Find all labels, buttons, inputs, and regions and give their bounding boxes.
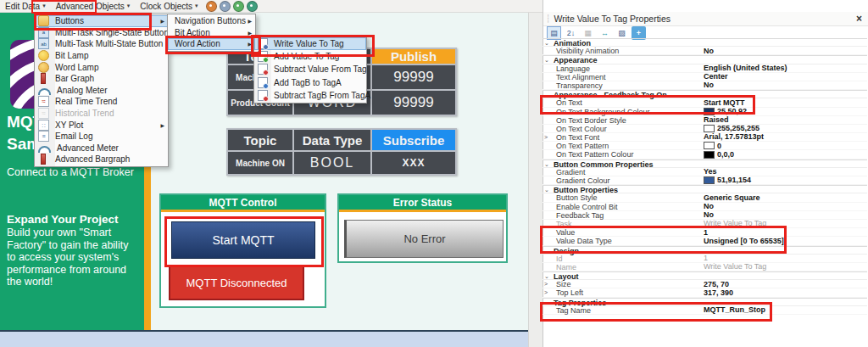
clock-icon[interactable] bbox=[220, 1, 231, 12]
bit-lamp-icon bbox=[38, 50, 49, 61]
prop-row[interactable]: On Text Border StyleRaised bbox=[542, 116, 867, 125]
clock-icon[interactable] bbox=[206, 1, 217, 12]
chevron-down-icon: ▾ bbox=[42, 3, 46, 9]
subscribe-row-label: Machine ON bbox=[227, 151, 293, 175]
menu-advanced-objects[interactable]: Advanced Objects ▾ bbox=[51, 0, 136, 12]
submenu-item-write-value-to-tag[interactable]: Write Value To Tag bbox=[254, 37, 366, 50]
menu-item-advanced-bargraph[interactable]: Advanced Bargraph bbox=[35, 154, 168, 165]
mqtt-status-indicator[interactable]: MQTT Disconnected bbox=[169, 265, 304, 300]
menu-edit-data[interactable]: Edit Data ▾ bbox=[0, 0, 51, 12]
prop-row[interactable]: Visibility AnimationNo bbox=[542, 47, 867, 55]
subscribe-header-subscribe: Subscribe bbox=[371, 129, 456, 151]
prop-row-expandable[interactable]: >Top Left317, 390 bbox=[542, 288, 867, 297]
submenu-arrow-icon: ▶ bbox=[248, 41, 252, 47]
prop-row-on-text[interactable]: On TextStart MQTT bbox=[542, 98, 867, 107]
prop-row-name: NameWrite Value To Tag bbox=[542, 263, 867, 271]
menu-item-real-time-trend[interactable]: ≈ Real Time Trend bbox=[35, 96, 168, 108]
write-tag-icon bbox=[258, 38, 268, 49]
bar-graph-icon bbox=[41, 73, 46, 84]
submenu-item-add-tagb-to-taga[interactable]: Add TagB to TagA bbox=[254, 76, 366, 89]
submenu-item-bit-action[interactable]: Bit Action ▶ bbox=[168, 27, 255, 39]
menu-item-historical-trend: ≈ Historical Trend bbox=[35, 108, 168, 120]
menu-clock-objects[interactable]: Clock Objects ▾ bbox=[135, 0, 203, 12]
menu-item-buttons[interactable]: Buttons ▶ bbox=[35, 15, 168, 27]
trend-chart-icon: ≈ bbox=[38, 96, 49, 107]
menu-item-xy-plot[interactable]: ∷ XY Plot ▶ bbox=[35, 119, 168, 131]
properties-title: Write Value To Tag Properties bbox=[554, 14, 670, 24]
menu-item-email-log[interactable]: ≡ Email Log bbox=[35, 131, 168, 143]
sidebar-heading: Expand Your Project bbox=[7, 213, 119, 226]
prop-row-expandable[interactable]: >On Text FontArial, 17.57813pt bbox=[542, 133, 867, 142]
clock-icon[interactable] bbox=[233, 1, 244, 12]
xy-plot-icon: ∷ bbox=[38, 120, 49, 131]
canvas-bottom-bar bbox=[0, 330, 528, 347]
menu-item-advanced-meter[interactable]: Advanced Meter bbox=[35, 143, 168, 154]
prop-row[interactable]: GradientYes bbox=[542, 168, 867, 176]
subscribe-row-type: BOOL bbox=[293, 151, 371, 175]
subscribe-row-value: XXX bbox=[371, 151, 456, 175]
menu-item-bar-graph[interactable]: Bar Graph bbox=[35, 73, 168, 85]
publish-row-value: 99999 bbox=[371, 64, 456, 90]
word-action-submenu: Write Value To Tag Add Value To Tag Subt… bbox=[253, 36, 367, 104]
drag-handle-icon[interactable]: ┆ bbox=[546, 14, 550, 23]
submenu-arrow-icon: ▶ bbox=[160, 18, 164, 24]
close-icon[interactable]: × bbox=[856, 14, 862, 23]
menu-item-bit-lamp[interactable]: Bit Lamp bbox=[35, 50, 168, 62]
subscribe-header-datatype: Data Type bbox=[293, 129, 371, 151]
color-swatch bbox=[704, 142, 715, 149]
multi-state-button-icon: ab bbox=[38, 38, 49, 49]
trend-chart-icon: ≈ bbox=[38, 108, 49, 119]
color-swatch bbox=[704, 151, 715, 159]
add-tag-icon bbox=[258, 51, 268, 62]
advanced-objects-dropdown: Buttons ▶ a Multi-Task Single-State Butt… bbox=[34, 14, 169, 167]
mqtt-control-panel: MQTT Control Start MQTT MQTT Disconnecte… bbox=[159, 193, 326, 308]
subscribe-table: Topic Data Type Subscribe Machine ON BOO… bbox=[226, 128, 457, 176]
submenu-item-subtract-tagb-from-taga[interactable]: Subtract TagB From TagA bbox=[254, 89, 366, 102]
menu-item-multitask-multi[interactable]: ab Multi-Task Multi-State Button bbox=[35, 38, 168, 50]
email-log-icon: ≡ bbox=[38, 131, 49, 142]
menubar: Edit Data ▾ Advanced Objects ▾ Clock Obj… bbox=[0, 0, 542, 13]
mqtt-control-title: MQTT Control bbox=[161, 195, 325, 212]
prop-row[interactable]: On Text Pattern Colour0,0,0 bbox=[542, 150, 867, 159]
menu-item-word-lamp[interactable]: Word Lamp bbox=[35, 61, 168, 73]
sidebar-body: Build your own "Smart Factory" to gain t… bbox=[7, 227, 136, 288]
submenu-arrow-icon: ▶ bbox=[248, 18, 252, 24]
submenu-item-add-value-to-tag[interactable]: Add Value To Tag bbox=[254, 50, 366, 63]
bar-graph-icon bbox=[41, 154, 46, 165]
color-swatch bbox=[704, 125, 715, 132]
subscribe-header-topic: Topic bbox=[227, 129, 293, 151]
properties-toolbar: ▤ 2↓ ▦ ↔ ▨ + bbox=[547, 26, 646, 39]
submenu-item-word-action[interactable]: Word Action ▶ bbox=[168, 38, 255, 50]
properties-grid: ⌄Animation Visibility AnimationNo ⌄Appea… bbox=[542, 38, 867, 315]
error-status-indicator[interactable]: No Error bbox=[344, 220, 504, 258]
color-swatch bbox=[704, 108, 715, 115]
prop-row-tag-name[interactable]: Tag NameMQTT_Run_Stop bbox=[542, 306, 867, 315]
add-tagb-icon bbox=[258, 77, 268, 88]
color-swatch bbox=[704, 176, 715, 184]
menu-item-analog-meter[interactable]: Analog Meter bbox=[35, 85, 168, 97]
submenu-item-subtract-value-from-tag[interactable]: Subtract Value From Tag bbox=[254, 63, 366, 76]
analog-meter-icon bbox=[38, 146, 51, 153]
analog-meter-icon bbox=[38, 88, 51, 95]
chevron-down-icon: ▾ bbox=[127, 3, 131, 9]
properties-titlebar: ┆ Write Value To Tag Properties × bbox=[543, 12, 868, 26]
submenu-item-navigation-buttons[interactable]: Navigation Buttons ▶ bbox=[168, 15, 255, 27]
error-status-title: Error Status bbox=[339, 195, 506, 212]
annotation-box-start-mqtt bbox=[164, 216, 324, 267]
app-window: MQT Sam Connect to a MQTT Broker Expand … bbox=[0, 0, 868, 347]
clock-icon[interactable] bbox=[247, 1, 258, 12]
single-state-button-icon: a bbox=[38, 27, 49, 38]
publish-row-value: 99999 bbox=[371, 90, 456, 115]
word-lamp-icon bbox=[38, 62, 49, 73]
prop-row[interactable]: TransparencyNo bbox=[542, 81, 867, 90]
menu-item-multitask-single[interactable]: a Multi-Task Single-State Button bbox=[35, 27, 168, 39]
prop-row[interactable]: On Text Pattern0 bbox=[542, 142, 867, 150]
publish-header-publish: Publish bbox=[371, 48, 456, 64]
buttons-submenu: Navigation Buttons ▶ Bit Action ▶ Word A… bbox=[167, 14, 256, 52]
buttons-icon bbox=[38, 15, 49, 26]
subtract-tagb-icon bbox=[258, 90, 268, 101]
prop-row-value-data-type[interactable]: Value Data TypeUnsigned [0 To 65535] bbox=[542, 237, 867, 245]
error-status-panel: Error Status No Error bbox=[337, 193, 508, 263]
prop-row[interactable]: Gradient Colour51,91,154 bbox=[542, 176, 867, 185]
submenu-arrow-icon: ▶ bbox=[160, 122, 164, 128]
